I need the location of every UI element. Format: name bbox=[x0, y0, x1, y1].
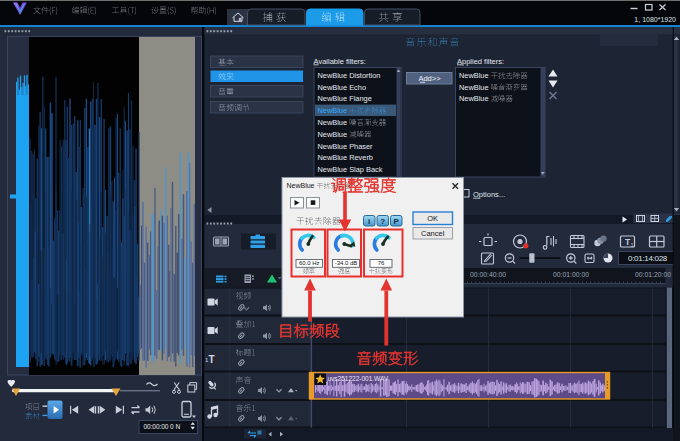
svg-text:OK: OK bbox=[427, 214, 438, 223]
svg-text:Add>>: Add>> bbox=[418, 74, 441, 83]
svg-text:P: P bbox=[394, 217, 400, 226]
svg-text:Applied filters:: Applied filters: bbox=[457, 57, 504, 66]
svg-text:NewBlue: NewBlue bbox=[459, 94, 489, 103]
svg-text:00:01:00:00: 00:01:00:00 bbox=[553, 271, 589, 278]
svg-text:NewBlue: NewBlue bbox=[459, 71, 489, 80]
svg-text:1: 1 bbox=[631, 242, 634, 248]
svg-text:Echo: Echo bbox=[349, 83, 366, 92]
svg-text:00:00:00 0 N: 00:00:00 0 N bbox=[144, 423, 181, 430]
svg-text:00:00:40:00: 00:00:40:00 bbox=[470, 271, 506, 278]
svg-text:Flange: Flange bbox=[349, 94, 372, 103]
svg-text:Phaser: Phaser bbox=[349, 142, 373, 151]
svg-text:76: 76 bbox=[378, 260, 385, 266]
svg-text:0:01:14:028: 0:01:14:028 bbox=[628, 254, 668, 263]
svg-text:?: ? bbox=[380, 217, 385, 226]
svg-text:NewBlue: NewBlue bbox=[318, 153, 348, 162]
svg-text:Distortion: Distortion bbox=[349, 71, 380, 80]
svg-text:NewBlue: NewBlue bbox=[318, 71, 348, 80]
svg-text:NewBlue: NewBlue bbox=[318, 118, 348, 127]
svg-text:60.0 Hz: 60.0 Hz bbox=[299, 260, 320, 266]
svg-text:1, 1080*1920: 1, 1080*1920 bbox=[634, 16, 676, 23]
svg-text:NewBlue: NewBlue bbox=[459, 83, 489, 92]
svg-text:Options...: Options... bbox=[473, 190, 505, 199]
svg-text:Reverb: Reverb bbox=[349, 153, 373, 162]
svg-text:i: i bbox=[368, 217, 370, 226]
svg-text:00:01:20:00: 00:01:20:00 bbox=[635, 271, 671, 278]
svg-text:NewBlue: NewBlue bbox=[318, 165, 348, 174]
svg-text:NewBlue: NewBlue bbox=[287, 182, 315, 189]
svg-text:uvs251222-001.WAV: uvs251222-001.WAV bbox=[328, 375, 389, 382]
svg-text:-34.0 dB: -34.0 dB bbox=[335, 260, 358, 266]
svg-text:NewBlue: NewBlue bbox=[318, 130, 348, 139]
svg-text:NewBlue: NewBlue bbox=[318, 83, 348, 92]
svg-text:NewBlue: NewBlue bbox=[318, 142, 348, 151]
svg-text:Slap Back: Slap Back bbox=[349, 165, 383, 174]
svg-text:Available filters:: Available filters: bbox=[314, 57, 366, 66]
svg-text:Cancel: Cancel bbox=[421, 229, 445, 238]
svg-text:NewBlue: NewBlue bbox=[318, 106, 348, 115]
svg-text:NewBlue: NewBlue bbox=[318, 94, 348, 103]
svg-text:T: T bbox=[209, 354, 215, 365]
